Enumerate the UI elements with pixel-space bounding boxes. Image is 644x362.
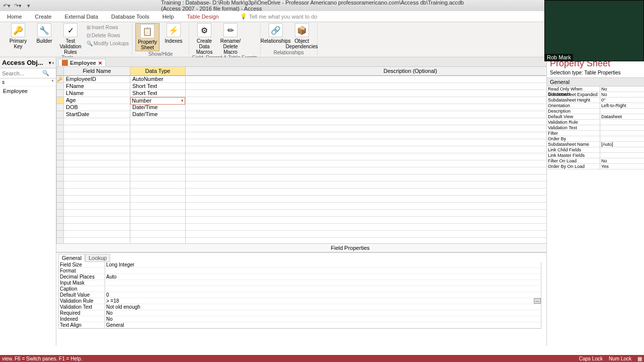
redo-button[interactable]: ↷▾	[13, 1, 22, 10]
data-type-cell[interactable]	[130, 146, 186, 153]
row-selector[interactable]	[57, 217, 64, 224]
property-value[interactable]: Long Integer	[105, 262, 541, 268]
test-validation-button[interactable]: ✓ Test Validation Rules	[58, 23, 83, 55]
fp-tab-lookup[interactable]: Lookup	[85, 254, 110, 262]
row-selector[interactable]	[57, 160, 64, 167]
data-type-dropdown[interactable]: Number▾	[130, 97, 185, 105]
row-selector[interactable]	[57, 167, 64, 174]
data-type-cell[interactable]	[130, 118, 186, 125]
property-value[interactable]: Auto	[105, 274, 541, 280]
tab-help[interactable]: Help	[160, 13, 176, 21]
builder-button[interactable]: 🔧 Builder	[32, 23, 56, 44]
row-selector-header[interactable]	[57, 67, 64, 76]
property-value[interactable]: No	[600, 92, 644, 98]
property-value[interactable]	[600, 125, 644, 131]
close-tab-button[interactable]: ✕	[98, 60, 102, 66]
data-type-cell[interactable]: Date/Time	[130, 104, 186, 111]
field-name-cell[interactable]	[64, 217, 130, 224]
property-value[interactable]	[600, 153, 644, 158]
property-value[interactable]	[600, 131, 644, 136]
search-icon[interactable]: 🔍	[42, 70, 49, 76]
field-name-cell[interactable]: EmployeeID	[64, 76, 130, 83]
data-type-cell[interactable]: AutoNumber	[130, 76, 186, 83]
data-type-cell[interactable]	[130, 182, 186, 189]
tab-create[interactable]: Create	[33, 13, 53, 21]
row-selector[interactable]	[57, 174, 64, 182]
field-name-cell[interactable]	[64, 238, 130, 244]
row-selector[interactable]: 🔑	[57, 76, 64, 83]
nav-search-input[interactable]	[2, 70, 42, 76]
primary-key-button[interactable]: 🔑 Primary Key	[6, 23, 30, 49]
property-value[interactable]: No	[600, 86, 644, 92]
row-selector[interactable]	[57, 224, 64, 231]
rename-delete-macro-button[interactable]: ✏ Rename/ Delete Macro	[218, 23, 243, 55]
data-type-cell[interactable]	[130, 203, 186, 210]
doc-tab-employee[interactable]: Employee ✕	[58, 59, 106, 66]
field-name-cell[interactable]	[64, 139, 130, 146]
row-selector[interactable]	[57, 146, 64, 153]
data-type-cell[interactable]: Date/Time	[130, 111, 186, 118]
row-selector[interactable]	[57, 210, 64, 217]
field-name-cell[interactable]	[64, 224, 130, 231]
field-name-cell[interactable]	[64, 203, 130, 210]
field-name-header[interactable]: Field Name	[64, 67, 130, 76]
property-value[interactable]: No	[600, 158, 644, 164]
data-type-cell[interactable]: Number▾	[130, 97, 186, 104]
property-value[interactable]	[105, 286, 541, 292]
row-selector[interactable]	[57, 238, 64, 244]
row-selector[interactable]	[57, 189, 64, 196]
row-selector[interactable]	[57, 132, 64, 139]
data-type-cell[interactable]	[130, 153, 186, 160]
property-value[interactable]: Datasheet	[600, 114, 644, 120]
data-type-cell[interactable]	[130, 231, 186, 238]
row-selector[interactable]	[57, 90, 64, 97]
data-type-cell[interactable]	[130, 196, 186, 203]
row-selector[interactable]	[57, 203, 64, 210]
nav-group[interactable]: s ˄	[0, 78, 56, 86]
property-value[interactable]	[600, 109, 644, 114]
data-type-cell[interactable]	[130, 210, 186, 217]
field-name-cell[interactable]	[64, 146, 130, 153]
row-selector[interactable]	[57, 125, 64, 132]
property-value[interactable]: No	[105, 310, 541, 316]
property-value[interactable]: No	[105, 316, 541, 322]
fp-tab-general[interactable]: General	[58, 254, 85, 262]
property-value[interactable]: Left-to-Right	[600, 103, 644, 109]
row-selector[interactable]	[57, 118, 64, 125]
property-value[interactable]: Not old enough	[105, 304, 541, 310]
property-value[interactable]: 0"	[600, 98, 644, 103]
view-switcher-icon[interactable]: ▦	[637, 356, 642, 361]
undo-button[interactable]: ↶▾	[2, 1, 11, 10]
tab-table-design[interactable]: Table Design	[185, 13, 221, 21]
data-type-cell[interactable]	[130, 160, 186, 167]
property-value[interactable]: General	[105, 322, 541, 328]
row-selector[interactable]	[57, 182, 64, 189]
tab-external-data[interactable]: External Data	[62, 13, 100, 21]
row-selector[interactable]	[57, 83, 64, 90]
create-data-macros-button[interactable]: ⚙ Create Data Macros	[192, 23, 216, 55]
field-name-cell[interactable]: Age	[64, 97, 130, 104]
tab-database-tools[interactable]: Database Tools	[109, 13, 151, 21]
field-name-cell[interactable]	[64, 160, 130, 167]
field-name-cell[interactable]: LName	[64, 90, 130, 97]
property-sheet-button[interactable]: 📋 Property Sheet	[135, 23, 159, 51]
field-name-cell[interactable]	[64, 153, 130, 160]
property-value[interactable]: Yes	[600, 164, 644, 169]
field-name-cell[interactable]	[64, 196, 130, 203]
property-sheet-tab-general[interactable]: General	[547, 77, 644, 86]
builder-ellipsis-button[interactable]: ⋯	[534, 298, 541, 304]
nav-item-employee[interactable]: Employee	[0, 86, 56, 96]
data-type-cell[interactable]	[130, 224, 186, 231]
data-type-cell[interactable]	[130, 125, 186, 132]
field-name-cell[interactable]	[64, 182, 130, 189]
row-selector[interactable]	[57, 153, 64, 160]
indexes-button[interactable]: ⚡ Indexes	[162, 23, 186, 44]
tell-me-search[interactable]: 💡 Tell me what you want to do	[240, 13, 317, 20]
tab-home[interactable]: Home	[5, 13, 24, 21]
property-value[interactable]	[600, 136, 644, 142]
field-name-cell[interactable]	[64, 167, 130, 174]
field-name-cell[interactable]	[64, 118, 130, 125]
data-type-cell[interactable]	[130, 167, 186, 174]
field-name-cell[interactable]	[64, 132, 130, 139]
row-selector[interactable]	[57, 97, 64, 104]
